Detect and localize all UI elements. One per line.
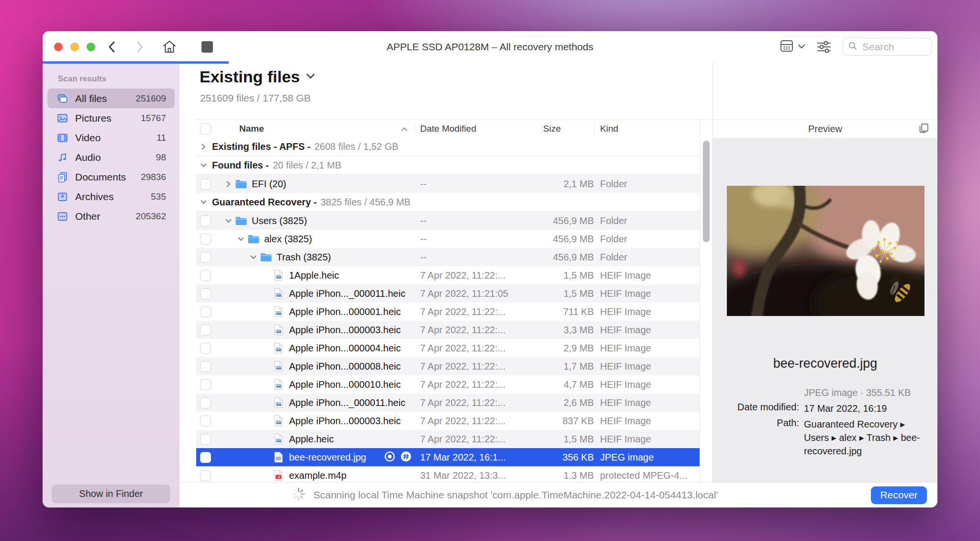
sidebar: Scan results All files251609Pictures1576… [43,63,180,507]
group-row[interactable]: Found files -20 files / 2,1 MB [196,156,700,175]
column-header-kind[interactable]: Kind [594,120,700,138]
row-checkbox[interactable] [200,179,211,190]
search-icon [848,41,858,53]
hash-badge-icon[interactable] [400,451,412,464]
show-in-finder-button[interactable]: Show in Finder [52,485,170,503]
file-row[interactable]: Apple iPhon...000001.heic7 Apr 2022, 11:… [196,303,700,321]
row-size: 456,9 MB [541,252,594,263]
sidebar-item-documents[interactable]: Documents29836 [47,167,175,187]
chevron-down-icon[interactable] [234,237,247,242]
search-field[interactable] [843,38,932,56]
heic-icon [272,415,285,427]
row-kind: Folder [594,234,700,245]
file-row[interactable]: Apple iPhon...000008.heic7 Apr 2022, 11:… [196,357,700,375]
row-checkbox[interactable] [200,270,211,281]
row-date: 7 Apr 2022, 11:22:... [414,325,541,336]
archives-icon [56,190,69,203]
folder-row[interactable]: Trash (3825)--456,9 MBFolder [196,248,700,266]
open-preview-window-icon[interactable] [917,122,930,136]
preview-pane: Preview [713,63,937,483]
row-kind: HEIF Image [594,343,700,354]
sidebar-item-count: 29836 [141,172,166,182]
sidebar-item-label: Audio [75,152,156,163]
folder-icon [259,251,272,263]
sidebar-item-label: Pictures [75,113,141,124]
row-checkbox[interactable] [200,379,211,390]
file-row[interactable]: Apple iPhon..._000011.heic7 Apr 2022, 11… [196,284,700,303]
row-size: 2,1 MB [541,179,594,190]
row-size: 2,9 MB [541,343,594,354]
row-name: Apple iPhon...000003.heic [289,325,401,336]
row-date: 7 Apr 2022, 11:22:... [414,306,541,317]
row-checkbox[interactable] [200,434,211,445]
chevron-down-icon[interactable] [200,200,207,205]
sidebar-item-audio[interactable]: Audio98 [47,147,175,167]
row-checkbox[interactable] [200,452,211,463]
scan-progress-bar [43,61,229,64]
documents-icon [56,170,69,183]
chevron-right-icon[interactable] [200,143,207,150]
row-checkbox[interactable] [200,325,211,336]
row-name: Apple iPhon...000001.heic [289,306,401,317]
row-checkbox[interactable] [200,470,211,481]
row-checkbox[interactable] [200,361,211,372]
row-checkbox[interactable] [200,252,211,263]
select-all-checkbox[interactable] [200,124,211,135]
filter-icon[interactable] [816,39,832,55]
eye-badge-icon[interactable] [384,451,396,464]
sidebar-item-all-files[interactable]: All files251609 [47,89,175,108]
all-files-icon [56,92,69,105]
file-row[interactable]: Apple.heic7 Apr 2022, 11:22:...1,5 MBHEI… [196,430,700,448]
chevron-down-icon[interactable] [222,218,234,224]
row-kind: protected MPEG-4... [594,470,700,481]
row-checkbox[interactable] [200,234,211,245]
row-checkbox[interactable] [200,288,211,299]
view-options-button[interactable] [779,39,805,55]
group-row[interactable]: Existing files - APFS -2608 files / 1,52… [196,137,700,156]
column-header-date[interactable]: Date Modified [414,120,541,138]
row-checkbox[interactable] [200,343,211,354]
sidebar-item-pictures[interactable]: Pictures15767 [47,108,175,128]
chevron-right-icon[interactable] [222,180,234,188]
file-row[interactable]: example.m4p31 Mar 2022, 13:3...1.3 MBpro… [196,466,700,483]
row-kind: HEIF Image [594,434,700,445]
file-row[interactable]: Apple iPhon...000004.heic7 Apr 2022, 11:… [196,339,700,357]
file-row[interactable]: 1Apple.heic7 Apr 2022, 11:22:...1,5 MBHE… [196,266,700,284]
file-row[interactable]: Apple iPhon...000003.heic7 Apr 2022, 11:… [196,412,700,430]
column-header-name[interactable]: Name [217,120,414,138]
preview-image [727,186,924,316]
sidebar-item-archives[interactable]: Archives535 [47,187,175,206]
file-row[interactable]: Apple iPhon..._000011.heic7 Apr 2022, 11… [196,394,700,412]
row-name: bee-recovered.jpg [289,452,366,463]
scrollbar-thumb[interactable] [703,141,710,242]
row-kind: HEIF Image [594,397,700,408]
table-header: Name Date Modified Size Kind [196,119,713,138]
scrollbar-track[interactable] [700,119,713,483]
row-kind: HEIF Image [594,416,700,427]
row-checkbox[interactable] [200,215,211,226]
file-row[interactable]: bee-recovered.jpg17 Mar 2022, 16:1...356… [196,448,700,466]
status-text: Scanning local Time Machine snapshot 'co… [313,489,718,501]
preview-date-value: 17 Mar 2022, 16:19 [804,402,932,415]
group-row[interactable]: Guaranteed Recovery -3825 files / 456,9 … [196,193,700,212]
row-checkbox[interactable] [200,306,211,317]
folder-row[interactable]: EFI (20)--2,1 MBFolder [196,175,700,193]
folder-row[interactable]: Users (3825)--456,9 MBFolder [196,212,700,230]
folder-row[interactable]: alex (3825)--456,9 MBFolder [196,230,700,248]
column-header-size[interactable]: Size [541,120,594,138]
file-row[interactable]: Apple iPhon...000003.heic7 Apr 2022, 11:… [196,321,700,339]
folder-icon [234,178,247,190]
file-list-pane: Existing files 251609 files / 177,58 GB … [179,63,713,483]
sidebar-item-label: All files [75,93,136,104]
chevron-down-icon[interactable] [200,163,207,168]
file-row[interactable]: Apple iPhon...000010.heic7 Apr 2022, 11:… [196,375,700,394]
title-dropdown-icon[interactable] [306,73,315,81]
row-checkbox[interactable] [200,397,211,408]
sidebar-item-other[interactable]: Other205362 [47,206,175,226]
sidebar-item-video[interactable]: Video11 [47,128,175,147]
search-input[interactable] [861,41,921,53]
recover-button[interactable]: Recover [871,486,927,504]
row-checkbox[interactable] [200,416,211,427]
heic-icon [272,433,285,445]
chevron-down-icon[interactable] [247,255,259,260]
